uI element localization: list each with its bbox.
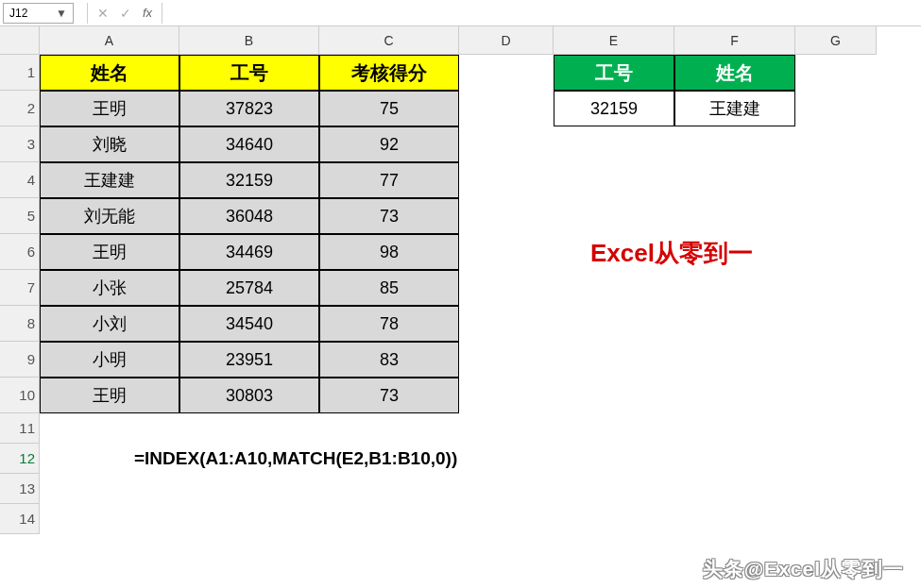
- row-header-1[interactable]: 1: [0, 55, 40, 91]
- cell-name-6[interactable]: 小刘: [40, 306, 179, 342]
- watermark-text: 头条@Excel从零到一: [703, 556, 904, 582]
- cell-name-0[interactable]: 王明: [40, 91, 179, 126]
- main-header-1[interactable]: 工号: [179, 55, 319, 91]
- fx-icon[interactable]: fx: [137, 6, 158, 20]
- cell-score-5[interactable]: 85: [319, 270, 459, 306]
- cell-name-4[interactable]: 王明: [40, 234, 179, 270]
- cell-score-8[interactable]: 73: [319, 378, 459, 413]
- cell-id-8[interactable]: 30803: [179, 378, 319, 413]
- name-box-value: J12: [9, 7, 27, 20]
- dropdown-icon[interactable]: ▼: [56, 7, 67, 20]
- col-header-E[interactable]: E: [554, 26, 674, 55]
- row-header-14[interactable]: 14: [0, 504, 40, 534]
- cell-id-5[interactable]: 25784: [179, 270, 319, 306]
- cell-id-3[interactable]: 36048: [179, 198, 319, 234]
- cell-name-2[interactable]: 王建建: [40, 162, 179, 198]
- cell-score-1[interactable]: 92: [319, 126, 459, 162]
- main-header-0[interactable]: 姓名: [40, 55, 179, 91]
- col-header-C[interactable]: C: [319, 26, 459, 55]
- formula-bar: J12 ▼ ✕ ✓ fx: [0, 0, 921, 26]
- cell-score-7[interactable]: 83: [319, 342, 459, 378]
- side-header-1[interactable]: 姓名: [674, 55, 795, 91]
- cell-id-1[interactable]: 34640: [179, 126, 319, 162]
- cell-name-1[interactable]: 刘晓: [40, 126, 179, 162]
- row-header-6[interactable]: 6: [0, 234, 40, 270]
- col-header-B[interactable]: B: [179, 26, 319, 55]
- name-box[interactable]: J12 ▼: [3, 3, 74, 24]
- cell-id-6[interactable]: 34540: [179, 306, 319, 342]
- row-header-9[interactable]: 9: [0, 342, 40, 378]
- row-header-5[interactable]: 5: [0, 198, 40, 234]
- col-header-F[interactable]: F: [674, 26, 795, 55]
- cell-score-0[interactable]: 75: [319, 91, 459, 126]
- row-header-8[interactable]: 8: [0, 306, 40, 342]
- main-header-2[interactable]: 考核得分: [319, 55, 459, 91]
- side-cell-id[interactable]: 32159: [554, 91, 674, 126]
- side-header-0[interactable]: 工号: [554, 55, 674, 91]
- side-cell-name[interactable]: 王建建: [674, 91, 795, 126]
- row-header-4[interactable]: 4: [0, 162, 40, 198]
- cell-id-0[interactable]: 37823: [179, 91, 319, 126]
- row-header-11[interactable]: 11: [0, 413, 40, 444]
- cell-name-8[interactable]: 王明: [40, 378, 179, 413]
- cell-score-2[interactable]: 77: [319, 162, 459, 198]
- row-header-3[interactable]: 3: [0, 126, 40, 162]
- col-header-A[interactable]: A: [40, 26, 179, 55]
- cell-id-2[interactable]: 32159: [179, 162, 319, 198]
- formula-display[interactable]: =INDEX(A1:A10,MATCH(E2,B1:B10,0)): [134, 445, 606, 472]
- select-all-corner[interactable]: [0, 26, 40, 55]
- annotation-text: Excel从零到一: [549, 237, 794, 269]
- col-header-G[interactable]: G: [795, 26, 877, 55]
- cell-name-5[interactable]: 小张: [40, 270, 179, 306]
- cell-name-7[interactable]: 小明: [40, 342, 179, 378]
- confirm-icon[interactable]: ✓: [114, 3, 137, 24]
- cell-id-7[interactable]: 23951: [179, 342, 319, 378]
- cell-score-6[interactable]: 78: [319, 306, 459, 342]
- formula-input[interactable]: [166, 3, 921, 24]
- cell-score-4[interactable]: 98: [319, 234, 459, 270]
- cell-name-3[interactable]: 刘无能: [40, 198, 179, 234]
- col-header-D[interactable]: D: [459, 26, 554, 55]
- cell-id-4[interactable]: 34469: [179, 234, 319, 270]
- row-header-13[interactable]: 13: [0, 474, 40, 504]
- cancel-icon[interactable]: ✕: [92, 3, 114, 24]
- row-header-2[interactable]: 2: [0, 91, 40, 126]
- row-header-12[interactable]: 12: [0, 444, 40, 474]
- row-header-7[interactable]: 7: [0, 270, 40, 306]
- row-header-10[interactable]: 10: [0, 378, 40, 413]
- cell-score-3[interactable]: 73: [319, 198, 459, 234]
